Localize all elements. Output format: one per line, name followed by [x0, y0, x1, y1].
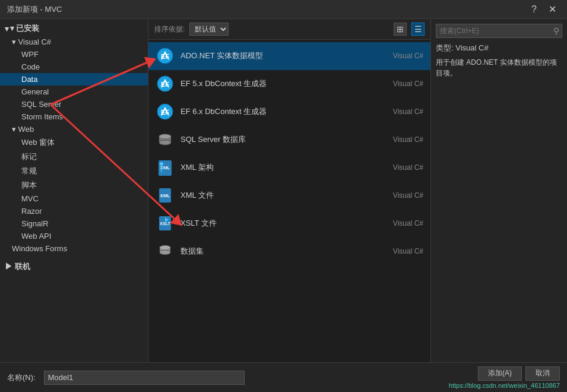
svg-point-9: [159, 134, 171, 139]
tree-web-form[interactable]: Web 窗体: [0, 135, 148, 150]
middle-toolbar: 排序依据: 默认值 ⊞ ☰: [148, 19, 430, 40]
tree-code[interactable]: Code: [0, 61, 148, 73]
list-view-button[interactable]: ☰: [411, 23, 425, 36]
item-row[interactable]: 数据集Visual C#: [148, 238, 430, 265]
grid-view-button[interactable]: ⊞: [394, 23, 407, 36]
sort-select[interactable]: 默认值: [189, 23, 229, 36]
tree-windows-forms[interactable]: Windows Forms: [0, 242, 148, 255]
dialog-body: ▾ ▾ 已安装 ▾ Visual C# WPF Code Data Genera…: [0, 19, 567, 362]
svg-point-12: [160, 162, 163, 166]
item-row[interactable]: EFADO.NET 实体数据模型Visual C#: [148, 42, 430, 70]
tree-razor[interactable]: Razor: [0, 205, 148, 217]
item-category: Visual C#: [393, 108, 423, 116]
search-icon: ⚲: [553, 26, 559, 36]
bottom-bar: 名称(N): 添加(A) 取消 https://blog.csdn.net/we…: [0, 362, 567, 392]
tree-signalr[interactable]: SignalR: [0, 217, 148, 230]
svg-text:XSLT: XSLT: [160, 222, 170, 226]
name-input[interactable]: [44, 371, 245, 385]
installed-arrow: ▾: [5, 24, 9, 33]
description-text: 用于创建 ADO.NET 实体数据模型的项目项。: [436, 57, 562, 78]
tree-script[interactable]: 脚本: [0, 178, 148, 192]
item-name: 数据集: [180, 246, 387, 257]
tree-general2[interactable]: 常规: [0, 164, 148, 178]
title-bar: 添加新项 - MVC ? ✕: [0, 0, 567, 19]
tree-web-api[interactable]: Web API: [0, 230, 148, 242]
item-icon: XML: [156, 186, 175, 205]
close-button[interactable]: ✕: [545, 2, 560, 16]
item-icon: [156, 130, 175, 149]
tree-web[interactable]: ▾ Web: [0, 123, 148, 135]
add-button[interactable]: 添加(A): [478, 366, 522, 381]
item-row[interactable]: XSLTXSLT 文件Visual C#: [148, 210, 430, 238]
sort-label: 排序依据:: [154, 24, 185, 34]
tree-sql-server[interactable]: SQL Server: [0, 98, 148, 110]
item-row[interactable]: EFEF 6.x DbContext 生成器Visual C#: [148, 98, 430, 126]
search-box: ⚲: [436, 24, 562, 38]
item-icon: EF: [156, 102, 175, 121]
items-list: EFADO.NET 实体数据模型Visual C#EFEF 5.x DbCont…: [148, 40, 430, 362]
item-row[interactable]: EFEF 5.x DbContext 生成器Visual C#: [148, 70, 430, 98]
item-category: Visual C#: [393, 191, 423, 200]
name-label: 名称(N):: [7, 372, 36, 383]
tree-wpf[interactable]: WPF: [0, 48, 148, 61]
item-category: Visual C#: [393, 247, 423, 255]
item-icon: XML: [156, 158, 175, 177]
svg-text:XML: XML: [160, 193, 170, 198]
item-name: ADO.NET 实体数据模型: [180, 50, 387, 61]
item-row[interactable]: SQL Server 数据库Visual C#: [148, 126, 430, 154]
dialog-title: 添加新项 - MVC: [7, 4, 62, 15]
item-category: Visual C#: [393, 135, 423, 144]
cancel-button[interactable]: 取消: [525, 366, 560, 381]
tree-mvc[interactable]: MVC: [0, 192, 148, 205]
svg-point-23: [160, 246, 170, 250]
title-bar-controls: ? ✕: [528, 2, 560, 16]
item-row[interactable]: XMLXML 文件Visual C#: [148, 182, 430, 210]
item-icon: EF: [156, 46, 175, 65]
item-name: XML 文件: [180, 190, 387, 201]
item-name: XSLT 文件: [180, 218, 387, 229]
search-input[interactable]: [439, 26, 553, 36]
type-label: 类型: Visual C#: [436, 43, 562, 53]
tree-data[interactable]: Data: [0, 73, 148, 86]
item-name: XML 架构: [180, 162, 387, 173]
help-button[interactable]: ?: [528, 3, 540, 16]
tree-visual-csharp[interactable]: ▾ Visual C#: [0, 36, 148, 48]
tree-markup[interactable]: 标记: [0, 150, 148, 164]
right-panel: ⚲ 类型: Visual C# 用于创建 ADO.NET 实体数据模型的项目项。: [430, 19, 567, 362]
item-category: Visual C#: [393, 219, 423, 227]
item-category: Visual C#: [393, 163, 423, 172]
item-category: Visual C#: [393, 52, 423, 60]
item-row[interactable]: XMLXML 架构Visual C#: [148, 154, 430, 182]
item-icon: [156, 242, 175, 261]
url-link[interactable]: https://blog.csdn.net/weixin_46110867: [449, 382, 560, 389]
svg-point-22: [160, 251, 170, 255]
item-name: EF 6.x DbContext 生成器: [180, 106, 387, 117]
item-icon: XSLT: [156, 214, 175, 233]
tree-general[interactable]: General: [0, 86, 148, 98]
installed-section[interactable]: ▾ ▾ 已安装: [0, 21, 148, 36]
action-buttons: 添加(A) 取消: [478, 366, 560, 381]
online-section[interactable]: ▶ 联机: [0, 260, 148, 274]
svg-point-8: [159, 140, 171, 145]
tree-storm-items[interactable]: Storm Items: [0, 110, 148, 123]
item-name: EF 5.x DbContext 生成器: [180, 78, 387, 89]
bottom-right: 添加(A) 取消 https://blog.csdn.net/weixin_46…: [449, 366, 560, 389]
item-category: Visual C#: [393, 80, 423, 88]
item-name: SQL Server 数据库: [180, 134, 387, 145]
middle-panel: 排序依据: 默认值 ⊞ ☰ EFADO.NET 实体数据模型Visual C#E…: [148, 19, 430, 362]
left-panel: ▾ ▾ 已安装 ▾ Visual C# WPF Code Data Genera…: [0, 19, 148, 362]
item-icon: EF: [156, 74, 175, 93]
